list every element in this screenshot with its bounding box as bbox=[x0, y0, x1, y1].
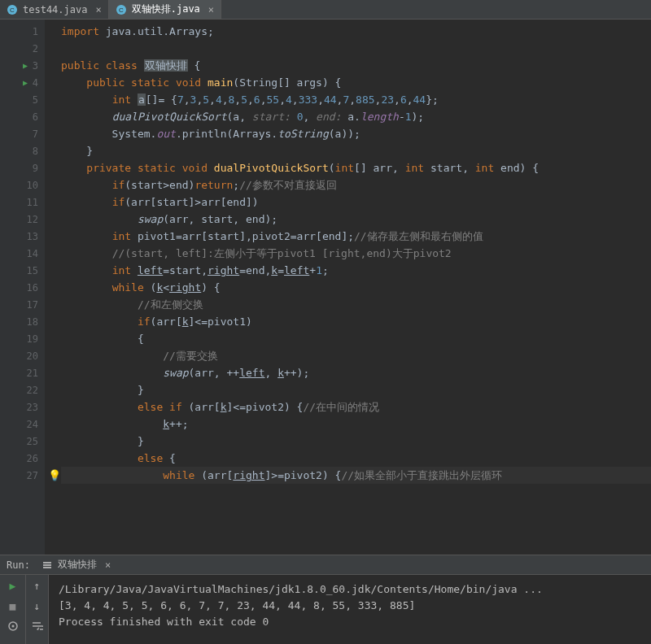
code-line[interactable]: else { bbox=[61, 450, 651, 467]
code-line[interactable]: } bbox=[61, 433, 651, 450]
run-toolbar-primary: ▶ ■ bbox=[0, 575, 26, 644]
code-line[interactable]: else if (arr[k]<=pivot2) {//在中间的情况 bbox=[61, 398, 651, 416]
code-line[interactable]: while (arr[right]>=pivot2) {//如果全部小于直接跳出… bbox=[61, 467, 651, 484]
line-number[interactable]: 20 bbox=[0, 347, 45, 364]
run-panel: Run: 双轴快排 × ▶ ■ ↑ ↓ /Library/Java/JavaVi… bbox=[0, 555, 651, 644]
line-number[interactable]: 18 bbox=[0, 313, 45, 330]
code-line[interactable]: { bbox=[61, 330, 651, 347]
code-line[interactable]: public static void main(String[] args) { bbox=[61, 74, 651, 91]
run-config-icon bbox=[42, 559, 53, 571]
line-number[interactable]: 17 bbox=[0, 296, 45, 313]
line-number[interactable]: 3▶ bbox=[0, 57, 45, 74]
line-number[interactable]: 11 bbox=[0, 194, 45, 211]
line-number[interactable]: 25 bbox=[0, 433, 45, 450]
code-line[interactable]: while (k<right) { bbox=[61, 279, 651, 296]
code-line[interactable]: if(arr[start]>arr[end]) bbox=[61, 194, 651, 211]
line-number[interactable]: 26 bbox=[0, 450, 45, 467]
stop-icon[interactable]: ■ bbox=[10, 600, 16, 612]
code-line[interactable]: int left=start,right=end,k=left+1; bbox=[61, 262, 651, 279]
editor-tab[interactable]: Ctest44.java× bbox=[0, 0, 109, 19]
code-line[interactable]: int pivot1=arr[start],pivot2=arr[end];//… bbox=[61, 228, 651, 245]
code-line[interactable]: int a[]= {7,3,5,4,8,5,6,55,4,333,44,7,88… bbox=[61, 91, 651, 108]
line-number[interactable]: 16 bbox=[0, 279, 45, 296]
play-icon[interactable]: ▶ bbox=[10, 580, 16, 592]
line-number[interactable]: 13 bbox=[0, 228, 45, 245]
line-number[interactable]: 9 bbox=[0, 159, 45, 176]
line-number-gutter: 123▶4▶5678910111213141516171819202122232… bbox=[0, 20, 45, 555]
svg-text:C: C bbox=[119, 7, 124, 14]
svg-rect-4 bbox=[43, 562, 51, 564]
code-line[interactable]: dualPivotQuickSort(a, start: 0, end: a.l… bbox=[61, 108, 651, 125]
svg-text:C: C bbox=[10, 7, 15, 14]
code-line[interactable]: swap(arr, start, end); bbox=[61, 211, 651, 228]
line-number[interactable]: 27💡 bbox=[0, 467, 45, 484]
close-icon[interactable]: × bbox=[208, 4, 214, 15]
line-number[interactable]: 10 bbox=[0, 176, 45, 194]
intention-bulb-icon[interactable]: 💡 bbox=[48, 469, 61, 481]
console-line: Process finished with exit code 0 bbox=[59, 614, 641, 630]
console-line: [3, 4, 4, 5, 5, 6, 6, 7, 7, 23, 44, 44, … bbox=[59, 598, 641, 614]
run-gutter-icon[interactable]: ▶ bbox=[23, 61, 28, 70]
editor-tab[interactable]: C双轴快排.java× bbox=[109, 0, 221, 19]
code-line[interactable]: //(start, left]:左侧小于等于pivot1 [right,end)… bbox=[61, 245, 651, 262]
java-file-icon: C bbox=[7, 4, 18, 15]
line-number[interactable]: 15 bbox=[0, 262, 45, 279]
code-line[interactable]: System.out.println(Arrays.toString(a)); bbox=[61, 125, 651, 142]
java-file-icon: C bbox=[116, 4, 127, 15]
code-editor: 123▶4▶5678910111213141516171819202122232… bbox=[0, 20, 651, 555]
code-line[interactable]: swap(arr, ++left, k++); bbox=[61, 364, 651, 381]
run-panel-body: ▶ ■ ↑ ↓ /Library/Java/JavaVirtualMachine… bbox=[0, 575, 651, 644]
code-line[interactable]: k++; bbox=[61, 416, 651, 433]
soft-wrap-icon[interactable] bbox=[32, 620, 43, 633]
up-arrow-icon[interactable]: ↑ bbox=[34, 580, 41, 592]
run-label: Run: bbox=[7, 559, 30, 571]
close-icon[interactable]: × bbox=[95, 4, 101, 15]
code-line[interactable]: if(arr[k]<=pivot1) bbox=[61, 313, 651, 330]
run-config-tab[interactable]: 双轴快排 × bbox=[37, 555, 116, 574]
console-line: /Library/Java/JavaVirtualMachines/jdk1.8… bbox=[59, 581, 641, 598]
code-line[interactable]: } bbox=[61, 381, 651, 398]
code-line[interactable]: private static void dualPivotQuickSort(i… bbox=[61, 159, 651, 176]
close-icon[interactable]: × bbox=[105, 559, 111, 571]
code-line[interactable]: } bbox=[61, 142, 651, 159]
code-line[interactable]: //需要交换 bbox=[61, 347, 651, 364]
line-number[interactable]: 6 bbox=[0, 108, 45, 125]
tab-label: 双轴快排.java bbox=[132, 2, 200, 16]
run-toolbar-secondary: ↑ ↓ bbox=[26, 575, 49, 644]
debug-icon[interactable] bbox=[7, 620, 19, 634]
down-arrow-icon[interactable]: ↓ bbox=[34, 600, 41, 612]
run-output[interactable]: /Library/Java/JavaVirtualMachines/jdk1.8… bbox=[49, 575, 651, 644]
tab-label: test44.java bbox=[23, 4, 87, 15]
code-line[interactable]: //和左侧交换 bbox=[61, 296, 651, 313]
line-number[interactable]: 19 bbox=[0, 330, 45, 347]
line-number[interactable]: 23 bbox=[0, 398, 45, 416]
run-gutter-icon[interactable]: ▶ bbox=[23, 78, 28, 87]
code-line[interactable] bbox=[61, 40, 651, 57]
line-number[interactable]: 21 bbox=[0, 364, 45, 381]
code-line[interactable]: public class 双轴快排 { bbox=[61, 57, 651, 74]
line-number[interactable]: 8 bbox=[0, 142, 45, 159]
line-number[interactable]: 22 bbox=[0, 381, 45, 398]
run-config-name: 双轴快排 bbox=[58, 558, 97, 572]
svg-rect-5 bbox=[43, 564, 51, 566]
line-number[interactable]: 1 bbox=[0, 23, 45, 40]
svg-point-8 bbox=[11, 625, 14, 628]
line-number[interactable]: 12 bbox=[0, 211, 45, 228]
code-line[interactable]: if(start>end)return;//参数不对直接返回 bbox=[61, 176, 651, 194]
line-number[interactable]: 7 bbox=[0, 125, 45, 142]
code-area[interactable]: import java.util.Arrays;public class 双轴快… bbox=[45, 20, 651, 555]
line-number[interactable]: 24 bbox=[0, 416, 45, 433]
line-number[interactable]: 4▶ bbox=[0, 74, 45, 91]
code-line[interactable]: import java.util.Arrays; bbox=[61, 23, 651, 40]
line-number[interactable]: 14 bbox=[0, 245, 45, 262]
editor-tabs: Ctest44.java×C双轴快排.java× bbox=[0, 0, 651, 20]
run-panel-header: Run: 双轴快排 × bbox=[0, 555, 651, 575]
line-number[interactable]: 5 bbox=[0, 91, 45, 108]
line-number[interactable]: 2 bbox=[0, 40, 45, 57]
svg-rect-6 bbox=[43, 567, 51, 568]
